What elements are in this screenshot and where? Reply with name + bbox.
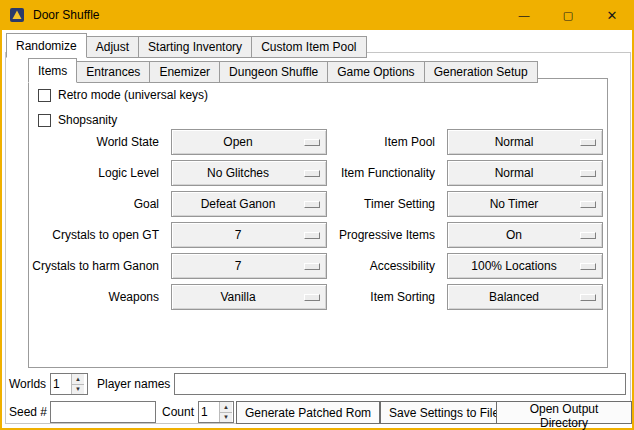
menu-indicator-icon bbox=[304, 294, 320, 301]
worlds-spin-buttons: ▲ ▼ bbox=[71, 374, 84, 394]
crystals-open-gt-label: Crystals to open GT bbox=[33, 222, 167, 248]
crystals-open-gt-dropdown[interactable]: 7 bbox=[171, 222, 327, 248]
tab-dungeon-shuffle[interactable]: Dungeon Shuffle bbox=[219, 61, 328, 83]
minimize-icon[interactable]: — bbox=[502, 0, 546, 30]
options-grid: World State Open Item Pool Normal Logic … bbox=[33, 129, 603, 310]
menu-indicator-icon bbox=[580, 232, 596, 239]
tab-enemizer[interactable]: Enemizer bbox=[149, 61, 220, 83]
progressive-items-label: Progressive Items bbox=[331, 222, 443, 248]
menu-indicator-icon bbox=[580, 263, 596, 270]
item-pool-value: Normal bbox=[448, 135, 580, 149]
tab-items[interactable]: Items bbox=[28, 58, 77, 83]
item-sorting-label: Item Sorting bbox=[331, 284, 443, 310]
weapons-dropdown[interactable]: Vanilla bbox=[171, 284, 327, 310]
progressive-items-value: On bbox=[448, 228, 580, 242]
menu-indicator-icon bbox=[580, 170, 596, 177]
worlds-input[interactable] bbox=[51, 374, 71, 394]
retro-mode-label: Retro mode (universal keys) bbox=[58, 88, 208, 102]
world-state-label: World State bbox=[33, 129, 167, 155]
item-pool-label: Item Pool bbox=[331, 129, 443, 155]
weapons-label: Weapons bbox=[33, 284, 167, 310]
progressive-items-dropdown[interactable]: On bbox=[447, 222, 603, 248]
crystals-harm-ganon-label: Crystals to harm Ganon bbox=[33, 253, 167, 279]
menu-indicator-icon bbox=[580, 294, 596, 301]
menu-indicator-icon bbox=[304, 263, 320, 270]
checkbox-icon[interactable] bbox=[38, 89, 51, 102]
world-state-dropdown[interactable]: Open bbox=[171, 129, 327, 155]
spin-down-icon[interactable]: ▼ bbox=[220, 412, 232, 423]
shopsanity-checkbox[interactable]: Shopsanity bbox=[38, 113, 117, 127]
count-spin-buttons: ▲ ▼ bbox=[219, 402, 232, 422]
logic-level-value: No Glitches bbox=[172, 166, 304, 180]
tab-custom-item-pool[interactable]: Custom Item Pool bbox=[251, 36, 366, 58]
item-functionality-dropdown[interactable]: Normal bbox=[447, 160, 603, 186]
weapons-value: Vanilla bbox=[172, 290, 304, 304]
close-icon[interactable]: ✕ bbox=[590, 0, 634, 30]
count-label: Count bbox=[162, 405, 194, 419]
count-input[interactable] bbox=[199, 402, 219, 422]
accessibility-label: Accessibility bbox=[331, 253, 443, 279]
tab-game-options[interactable]: Game Options bbox=[327, 61, 424, 83]
timer-setting-label: Timer Setting bbox=[331, 191, 443, 217]
timer-setting-value: No Timer bbox=[448, 197, 580, 211]
crystals-harm-ganon-dropdown[interactable]: 7 bbox=[171, 253, 327, 279]
outer-tabbar: Randomize Adjust Starting Inventory Cust… bbox=[6, 33, 366, 58]
spin-down-icon[interactable]: ▼ bbox=[72, 384, 84, 395]
checkbox-icon[interactable] bbox=[38, 114, 51, 127]
tab-entrances[interactable]: Entrances bbox=[76, 61, 150, 83]
titlebar: Door Shuffle — ▢ ✕ bbox=[0, 0, 634, 30]
goal-value: Defeat Ganon bbox=[172, 197, 304, 211]
accessibility-value: 100% Locations bbox=[448, 259, 580, 273]
player-names-label: Player names bbox=[97, 377, 170, 391]
menu-indicator-icon bbox=[304, 201, 320, 208]
inner-tabbar: Items Entrances Enemizer Dungeon Shuffle… bbox=[28, 58, 537, 83]
menu-indicator-icon bbox=[304, 232, 320, 239]
item-sorting-value: Balanced bbox=[448, 290, 580, 304]
window-body: Randomize Adjust Starting Inventory Cust… bbox=[2, 30, 632, 428]
logic-level-label: Logic Level bbox=[33, 160, 167, 186]
crystals-open-gt-value: 7 bbox=[172, 228, 304, 242]
world-state-value: Open bbox=[172, 135, 304, 149]
window-controls: — ▢ ✕ bbox=[502, 0, 634, 30]
items-page: Retro mode (universal keys) Shopsanity W… bbox=[28, 78, 608, 368]
spin-up-icon[interactable]: ▲ bbox=[72, 374, 84, 384]
item-pool-dropdown[interactable]: Normal bbox=[447, 129, 603, 155]
item-functionality-label: Item Functionality bbox=[331, 160, 443, 186]
tab-generation-setup[interactable]: Generation Setup bbox=[424, 61, 538, 83]
worlds-spinbox[interactable]: ▲ ▼ bbox=[50, 373, 88, 395]
count-spinbox[interactable]: ▲ ▼ bbox=[198, 401, 234, 423]
goal-dropdown[interactable]: Defeat Ganon bbox=[171, 191, 327, 217]
maximize-icon[interactable]: ▢ bbox=[546, 0, 590, 30]
open-output-directory-button[interactable]: Open Output Directory bbox=[496, 401, 632, 424]
player-names-input[interactable] bbox=[174, 373, 626, 395]
menu-indicator-icon bbox=[304, 139, 320, 146]
app-icon bbox=[9, 7, 25, 23]
seed-label: Seed # bbox=[9, 405, 47, 419]
shopsanity-label: Shopsanity bbox=[58, 113, 117, 127]
timer-setting-dropdown[interactable]: No Timer bbox=[447, 191, 603, 217]
tab-starting-inventory[interactable]: Starting Inventory bbox=[138, 36, 252, 58]
retro-mode-checkbox[interactable]: Retro mode (universal keys) bbox=[38, 88, 208, 102]
item-functionality-value: Normal bbox=[448, 166, 580, 180]
generate-patched-rom-button[interactable]: Generate Patched Rom bbox=[236, 401, 380, 424]
menu-indicator-icon bbox=[304, 170, 320, 177]
multiworld-row: Worlds ▲ ▼ Player names bbox=[2, 373, 632, 396]
spin-up-icon[interactable]: ▲ bbox=[220, 402, 232, 412]
menu-indicator-icon bbox=[580, 139, 596, 146]
window-title: Door Shuffle bbox=[33, 8, 100, 22]
worlds-label: Worlds bbox=[9, 377, 46, 391]
generation-row: Seed # Count ▲ ▼ Generate Patched Rom Sa… bbox=[2, 401, 632, 424]
accessibility-dropdown[interactable]: 100% Locations bbox=[447, 253, 603, 279]
goal-label: Goal bbox=[33, 191, 167, 217]
menu-indicator-icon bbox=[580, 201, 596, 208]
save-settings-button[interactable]: Save Settings to File bbox=[380, 401, 508, 424]
logic-level-dropdown[interactable]: No Glitches bbox=[171, 160, 327, 186]
item-sorting-dropdown[interactable]: Balanced bbox=[447, 284, 603, 310]
tab-randomize[interactable]: Randomize bbox=[6, 33, 87, 58]
seed-input[interactable] bbox=[50, 401, 156, 423]
tab-adjust[interactable]: Adjust bbox=[86, 36, 139, 58]
crystals-harm-ganon-value: 7 bbox=[172, 259, 304, 273]
window: Door Shuffle — ▢ ✕ Randomize Adjust Star… bbox=[0, 0, 634, 430]
